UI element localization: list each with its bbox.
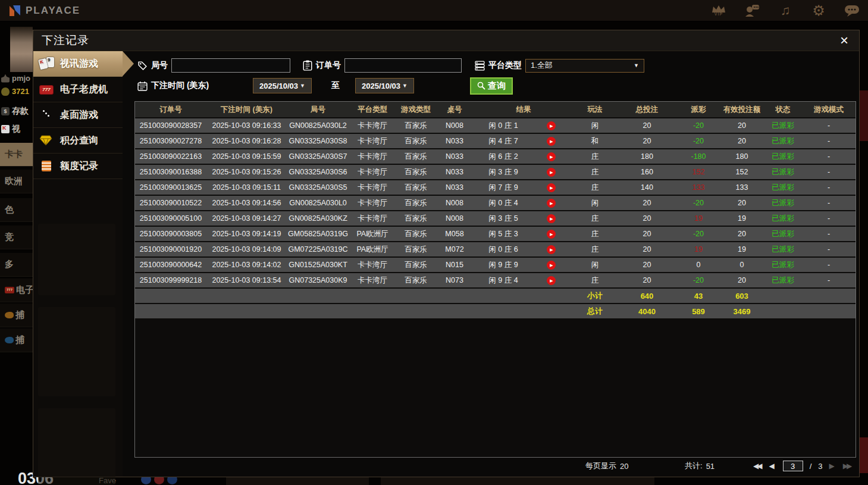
date-from-picker[interactable]: 2025/10/03 ▼: [253, 78, 312, 93]
replay-button[interactable]: ▶: [547, 214, 556, 223]
subtotal-valid: 603: [719, 292, 765, 301]
sidebar-item-label: 电子老虎机: [60, 83, 108, 96]
total-row: 总计 4040 589 3469: [135, 304, 856, 318]
cell-play: 闲: [574, 198, 616, 208]
platform-filter-label: 平台类型: [488, 60, 522, 71]
bet-time-filter-label: 下注时间 (美东): [151, 80, 209, 91]
cell-result: 闲 4 庄 7▶: [473, 136, 574, 146]
background-ghost: [38, 307, 115, 396]
replay-button[interactable]: ▶: [547, 245, 556, 254]
replay-button[interactable]: ▶: [547, 276, 556, 285]
cell-mode: -: [801, 121, 856, 130]
cell-mode: -: [801, 261, 856, 269]
replay-button[interactable]: ▶: [547, 168, 556, 177]
prev-page-button[interactable]: ◀: [769, 462, 776, 470]
sidebar-item-points-query[interactable]: 积分查询: [33, 128, 123, 154]
per-page-value: 20: [620, 462, 628, 471]
cell-result: 闲 3 庄 9▶: [473, 167, 574, 177]
background-ghost: [38, 408, 115, 485]
deposit-icon: $: [1, 107, 10, 115]
cell-order: 251003090005100: [135, 214, 206, 223]
cell-order: 251003090016388: [135, 168, 206, 176]
result-text: 闲 6 庄 2: [473, 152, 534, 162]
order-filter-label: 订单号: [316, 60, 341, 71]
slot-777-icon: 777: [39, 83, 55, 96]
cell-payout: 19: [678, 214, 719, 223]
result-text: 闲 3 庄 5: [473, 214, 534, 224]
platform-select-value: 1.全部: [531, 60, 553, 71]
cell-order: 251003090027278: [135, 137, 206, 145]
background-lobby-strip: pmjo 3721 $存款 视 卡卡 欧洲 色 竞 多 777电子 捕 捕: [0, 21, 33, 485]
table-row: 2510030900006422025-10-03 09:14:02GN0152…: [135, 258, 856, 272]
sidebar-item-table-games[interactable]: 桌面游戏: [33, 102, 123, 128]
settings-gear-icon[interactable]: ⚙: [811, 3, 826, 18]
replay-button[interactable]: ▶: [547, 121, 556, 130]
next-page-button[interactable]: ▶: [829, 462, 836, 470]
cell-result: 闲 0 庄 1▶: [473, 121, 574, 131]
cell-result: 闲 0 庄 6▶: [473, 245, 574, 255]
cell-time: 2025-10-03 09:14:02: [206, 261, 287, 269]
vip-crown-icon[interactable]: VIP: [711, 3, 726, 18]
cell-mode: -: [801, 214, 856, 223]
table-body: 2510030900283572025-10-03 09:16:33GN0082…: [135, 118, 856, 287]
search-button[interactable]: 查询: [470, 77, 513, 95]
cell-time: 2025-10-03 09:15:11: [206, 183, 287, 192]
cell-status: 已派彩: [765, 214, 801, 224]
cell-bet: 20: [616, 245, 678, 254]
customer-service-icon[interactable]: [744, 3, 760, 18]
sidebar-item-video-games[interactable]: 9K 视讯游戏: [33, 51, 123, 77]
date-to-picker[interactable]: 2025/10/03 ▼: [355, 78, 414, 93]
replay-button[interactable]: ▶: [547, 230, 556, 239]
cell-result: 闲 5 庄 3▶: [473, 229, 574, 239]
replay-button[interactable]: ▶: [547, 199, 556, 208]
cell-order: 251003090028357: [135, 121, 206, 130]
cards-icon: 9K: [39, 57, 55, 70]
replay-button[interactable]: ▶: [547, 261, 556, 270]
replay-button[interactable]: ▶: [547, 152, 556, 161]
music-icon[interactable]: ♫: [778, 3, 793, 18]
replay-button[interactable]: ▶: [547, 183, 556, 192]
cell-platform: 卡卡湾厅: [349, 183, 396, 193]
column-header: 有效投注额: [719, 105, 765, 115]
cell-mode: -: [801, 230, 856, 238]
cell-mode: -: [801, 152, 856, 161]
order-input[interactable]: [344, 58, 462, 73]
page-number-input[interactable]: 3: [783, 461, 803, 471]
cell-valid: 20: [719, 230, 765, 238]
search-icon: [477, 82, 485, 90]
screen: { "colors": { "accent_tan": "#b49a74", "…: [0, 0, 868, 485]
cell-time: 2025-10-03 09:16:33: [206, 121, 287, 130]
cell-result: 闲 3 庄 5▶: [473, 214, 574, 224]
close-icon[interactable]: ×: [838, 35, 851, 46]
first-page-button[interactable]: ◀◀: [753, 462, 762, 470]
cell-bet: 20: [616, 214, 678, 223]
background-deposit-label: 存款: [12, 106, 29, 117]
cell-game: 百家乐: [396, 260, 436, 270]
slot-mini-icon: 777: [5, 287, 14, 293]
column-header: 结果: [473, 105, 574, 115]
sidebar-item-quota-records[interactable]: 额度记录: [33, 154, 123, 179]
cell-platform: PA欧洲厅: [349, 245, 396, 255]
replay-button[interactable]: ▶: [547, 137, 556, 146]
cell-status: 已派彩: [765, 152, 801, 162]
cell-payout: 133: [678, 183, 719, 192]
subtotal-payout: 43: [678, 292, 719, 301]
table-footer: 每页显示 20 共计: 51 ◀◀ ◀ 3 / 3 ▶ ▶▶: [134, 459, 856, 473]
total-valid: 3469: [719, 307, 765, 316]
cell-valid: 19: [719, 214, 765, 223]
background-menu-item: 捕: [0, 303, 33, 327]
chat-messages-icon[interactable]: [844, 3, 860, 18]
cell-bet: 140: [616, 183, 678, 192]
sidebar-item-slots[interactable]: 777 电子老虎机: [33, 77, 123, 102]
round-input[interactable]: [171, 58, 290, 73]
cell-order: 251003090010522: [135, 199, 206, 207]
cell-round: GN00825A030KZ: [287, 214, 349, 223]
platform-select[interactable]: 1.全部 ▼: [525, 59, 644, 73]
last-page-button[interactable]: ▶▶: [843, 462, 852, 470]
column-header: 派彩: [678, 105, 719, 115]
avatar: [10, 27, 33, 72]
cell-order: 251003090001920: [135, 245, 206, 254]
cell-payout: 0: [678, 261, 719, 269]
cell-time: 2025-10-03 09:14:09: [206, 245, 287, 254]
sidebar-item-label: 视讯游戏: [60, 58, 98, 70]
